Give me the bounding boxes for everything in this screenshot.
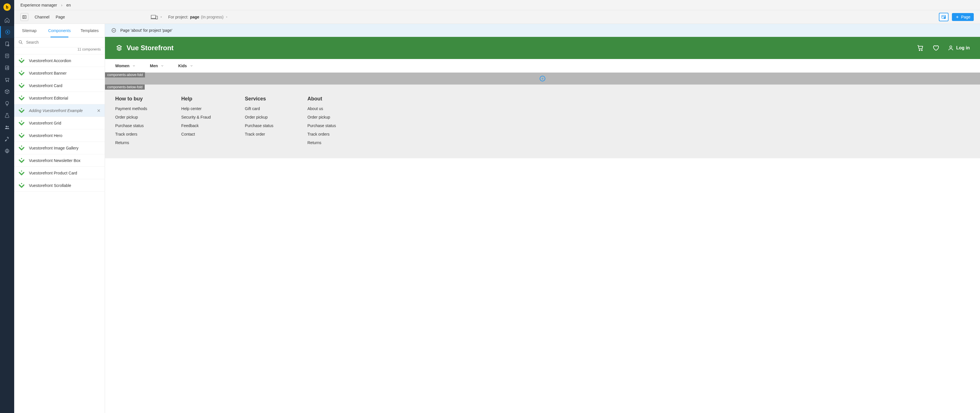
svg-point-42	[921, 50, 923, 51]
component-item[interactable]: Vuestorefront Editorial	[14, 92, 105, 104]
footer-link[interactable]: Track orders	[307, 132, 336, 137]
zone-above-fold[interactable]: components-above-fold +	[105, 73, 980, 84]
footer-link[interactable]: Purchase status	[115, 123, 147, 128]
vuestorefront-icon	[18, 107, 25, 114]
page-link[interactable]: Page	[56, 15, 65, 19]
preview-annotations-button[interactable]	[939, 13, 948, 21]
component-item[interactable]: Vuestorefront Product Card	[14, 167, 105, 179]
svg-rect-3	[5, 54, 9, 57]
device-selector[interactable]	[151, 14, 162, 20]
rail-lab[interactable]	[0, 110, 14, 121]
svg-rect-6	[5, 66, 9, 70]
project-name: page	[190, 15, 199, 19]
category-label: Kids	[178, 64, 187, 68]
rail-tools[interactable]	[0, 133, 14, 145]
add-page-button[interactable]: Page	[952, 13, 974, 21]
rail-users[interactable]	[0, 121, 14, 133]
breadcrumb-root[interactable]: Experience manager	[21, 3, 57, 7]
rail-experience[interactable]	[0, 26, 14, 38]
category-item[interactable]: Women	[115, 64, 135, 68]
component-label: Vuestorefront Image Gallery	[29, 146, 79, 150]
store-logo[interactable]: Vue Storefront	[115, 44, 173, 52]
add-component-button[interactable]: +	[540, 76, 545, 81]
svg-point-11	[7, 126, 8, 127]
svg-point-8	[6, 81, 7, 82]
rail-content[interactable]	[0, 50, 14, 62]
svg-point-7	[7, 67, 8, 68]
svg-line-25	[21, 43, 22, 44]
component-item[interactable]: Vuestorefront Scrollable	[14, 179, 105, 192]
icon-rail: b	[0, 0, 14, 413]
component-item[interactable]: Vuestorefront Newsletter Box	[14, 154, 105, 167]
category-item[interactable]: Kids	[178, 64, 193, 68]
toolbar: Channel Page For project: page (In progr…	[14, 10, 980, 24]
vuestorefront-icon	[18, 82, 25, 89]
svg-point-35	[21, 146, 22, 147]
zone-below-label: components-below-fold	[105, 84, 145, 90]
footer-link[interactable]: Security & Fraud	[181, 115, 211, 119]
footer-link[interactable]: Track orders	[115, 132, 147, 137]
footer-link[interactable]: Order pickup	[307, 115, 336, 119]
component-item[interactable]: Vuestorefront Grid	[14, 117, 105, 129]
close-icon[interactable]	[97, 109, 101, 113]
rail-home[interactable]	[0, 14, 14, 26]
project-context[interactable]: For project: page (In progress)	[168, 15, 228, 19]
svg-point-12	[6, 151, 8, 152]
tab-templates[interactable]: Templates	[75, 24, 105, 37]
svg-rect-17	[156, 16, 158, 19]
brand-logo[interactable]: b	[0, 0, 14, 14]
component-item[interactable]: Vuestorefront Hero	[14, 129, 105, 142]
footer-link[interactable]: Order pickup	[115, 115, 147, 119]
footer-link[interactable]: Track order	[245, 132, 273, 137]
collapse-panel-button[interactable]	[21, 13, 29, 21]
component-item[interactable]: Vuestorefront Card	[14, 79, 105, 92]
rail-commerce[interactable]	[0, 74, 14, 86]
svg-point-2	[8, 45, 9, 46]
component-item[interactable]: Vuestorefront Image Gallery	[14, 142, 105, 154]
rail-assets[interactable]	[0, 62, 14, 74]
chevron-down-icon	[161, 64, 164, 68]
footer-link[interactable]: Feedback	[181, 123, 211, 128]
vuestorefront-icon	[18, 120, 25, 127]
wishlist-icon[interactable]	[932, 44, 939, 51]
search-icon	[18, 40, 23, 45]
footer-link[interactable]: Payment methods	[115, 106, 147, 111]
footer-link[interactable]: Purchase status	[245, 123, 273, 128]
component-label: Adding Vuestorefront Example	[29, 108, 83, 113]
footer-link[interactable]: Purchase status	[307, 123, 336, 128]
cart-icon[interactable]	[917, 44, 924, 51]
svg-point-10	[6, 125, 7, 127]
rail-insights[interactable]	[0, 98, 14, 110]
footer-column: How to buyPayment methodsOrder pickupPur…	[115, 96, 147, 150]
chevron-right-icon: ›	[61, 3, 62, 7]
tab-components[interactable]: Components	[44, 24, 74, 37]
component-label: Vuestorefront Editorial	[29, 96, 68, 100]
footer-link[interactable]: Help center	[181, 106, 211, 111]
search-input[interactable]	[26, 40, 101, 44]
svg-point-26	[21, 58, 22, 59]
rail-settings[interactable]	[0, 145, 14, 157]
component-item[interactable]: Vuestorefront Accordion	[14, 54, 105, 67]
chevron-down-icon	[132, 64, 135, 68]
footer-link[interactable]: Contact	[181, 132, 211, 137]
component-item[interactable]: Adding Vuestorefront Example	[14, 104, 105, 117]
footer-link[interactable]: Gift card	[245, 106, 273, 111]
category-item[interactable]: Men	[150, 64, 164, 68]
channel-link[interactable]: Channel	[35, 15, 49, 19]
login-button[interactable]: Log in	[948, 45, 970, 51]
category-label: Men	[150, 64, 158, 68]
footer-link[interactable]: Returns	[307, 140, 336, 145]
footer-link[interactable]: Returns	[115, 140, 147, 145]
footer-link[interactable]: Order pickup	[245, 115, 273, 119]
footer-link[interactable]: About us	[307, 106, 336, 111]
rail-packages[interactable]	[0, 86, 14, 98]
footer-title: About	[307, 96, 336, 102]
svg-rect-1	[6, 42, 8, 46]
rail-documents[interactable]	[0, 38, 14, 50]
collapse-info-icon[interactable]	[111, 28, 116, 33]
svg-point-21	[945, 17, 945, 18]
vuestorefront-icon	[18, 182, 25, 189]
breadcrumb-leaf[interactable]: en	[67, 3, 71, 7]
component-item[interactable]: Vuestorefront Banner	[14, 67, 105, 79]
tab-sitemap[interactable]: Sitemap	[14, 24, 44, 37]
